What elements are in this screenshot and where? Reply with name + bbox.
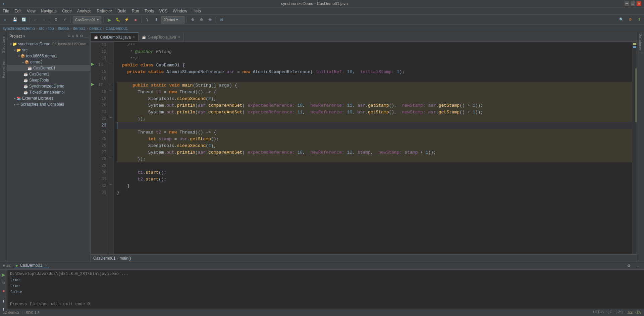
project-expand-all-icon[interactable]: ⇅ <box>75 34 78 38</box>
project-settings-icon[interactable]: ⚙ <box>80 34 83 38</box>
tree-item-external-libs[interactable]: ▸ 📚 External Libraries <box>7 95 90 101</box>
editor-tabs: ☕ CasDemo01.java × ☕ SleepTools.java × <box>91 32 637 42</box>
run-stop-button[interactable]: ■ <box>0 287 7 295</box>
toolbar-update[interactable]: ⬆ <box>635 16 643 23</box>
tree-item-casdemo1[interactable]: ☕ CasDemo1 <box>7 71 90 77</box>
run-play-button[interactable]: ▶ <box>0 271 7 278</box>
run-tab-casdemo01[interactable]: ▶ CasDemo01 × <box>14 263 49 268</box>
tab-label-casdemo01: CasDemo01.java <box>100 35 131 40</box>
breadcrumb-item-file[interactable]: CasDemo01 <box>106 26 128 31</box>
toolbar-check[interactable]: ✓ <box>61 16 68 23</box>
toolbar-step-into[interactable]: ⬇ <box>152 16 160 23</box>
run-minimize-button[interactable]: – <box>634 262 641 269</box>
tree-item-package[interactable]: ▾ 📦 top.it6666.demo1 <box>7 53 90 59</box>
line-num-16: 16 <box>91 75 109 82</box>
maximize-button[interactable]: □ <box>631 1 635 6</box>
menu-file[interactable]: File <box>0 8 12 14</box>
run-config-dropdown[interactable]: CasDemo01 ▾ <box>73 16 101 23</box>
project-more-icon[interactable]: … <box>85 34 88 38</box>
toolbar-mute[interactable]: ⊘ <box>198 16 205 23</box>
tab-icon-casdemo01: ☕ <box>94 35 98 39</box>
menu-view[interactable]: View <box>24 8 38 14</box>
toolbar-run-config[interactable]: ⚙ <box>52 16 60 23</box>
menu-analyze[interactable]: Analyze <box>74 8 94 14</box>
titlebar-controls[interactable]: ─ □ ✕ <box>625 1 641 6</box>
statusbar-encoding[interactable]: UTF-8 <box>593 310 603 315</box>
breadcrumb-item-project[interactable]: synchronizeDemo <box>3 26 35 31</box>
menu-tools[interactable]: Tools <box>142 8 157 14</box>
database-tab[interactable]: Database <box>638 32 643 52</box>
toolbar-forward[interactable]: → <box>41 16 48 23</box>
separator5 <box>141 17 142 23</box>
statusbar-line-ending[interactable]: LF <box>607 310 612 315</box>
jrebel-dropdown[interactable]: JRebel ▾ <box>161 16 184 23</box>
tree-item-scratches[interactable]: ▸ ✏ Scratches and Consoles <box>7 101 90 107</box>
fold-btn-24[interactable]: – <box>110 129 112 133</box>
menu-navigate[interactable]: Navigate <box>38 8 59 14</box>
stop-button[interactable]: ■ <box>132 16 139 23</box>
fold-btn-22[interactable]: – <box>110 115 112 119</box>
toolbar-watch[interactable]: 👁 <box>206 16 214 23</box>
code-line-14: public class CasDemo01 { <box>117 62 632 68</box>
tree-item-demo2[interactable]: ▾ 📦 demo2 <box>7 59 90 65</box>
project-layout-icon[interactable]: ≡ <box>72 34 74 38</box>
run-gutter-icon-14[interactable]: ▶ <box>91 62 94 66</box>
breadcrumb-item-it6666[interactable]: it6666 <box>58 26 69 31</box>
line-num-15: 15 <box>91 68 109 75</box>
run-button[interactable]: ▶ <box>106 16 113 23</box>
menu-help[interactable]: Help <box>190 8 204 14</box>
menu-window[interactable]: Window <box>170 8 190 14</box>
toolbar-back[interactable]: ← <box>32 16 39 23</box>
run-header-right: ⚙ – <box>625 262 641 269</box>
fold-btn-14[interactable]: – <box>110 62 112 65</box>
tree-item-src[interactable]: ▾ 📂 src <box>7 47 90 53</box>
tab-close-sleeptools[interactable]: × <box>178 35 180 39</box>
favorites-tab[interactable]: Favorites <box>2 60 5 79</box>
menu-build[interactable]: Build <box>115 8 129 14</box>
menu-vcs[interactable]: VCS <box>157 8 170 14</box>
breadcrumb-item-src[interactable]: src <box>39 26 44 31</box>
breadcrumb-item-demo1[interactable]: demo1 <box>73 26 85 31</box>
tree-item-root[interactable]: ▾ 📁 synchronizeDemo C:\Users\30315\Dow..… <box>7 41 90 47</box>
menu-edit[interactable]: Edit <box>12 8 24 14</box>
toolbar-search[interactable]: 🔍 <box>618 16 625 23</box>
structure-tab[interactable]: Structure <box>2 35 5 54</box>
project-gear-icon[interactable]: ⚙ <box>67 34 71 38</box>
breadcrumb-item-demo2[interactable]: demo2 <box>89 26 102 31</box>
code-line-29 <box>117 162 632 169</box>
menu-code[interactable]: Code <box>59 8 74 14</box>
run-with-coverage[interactable]: ⚡ <box>123 16 130 23</box>
breadcrumb-item-top[interactable]: top <box>48 26 54 31</box>
menu-refactor[interactable]: Refactor <box>94 8 115 14</box>
toolbar-settings[interactable]: ⚙ <box>627 16 634 23</box>
project-panel-header: Project ▾ ⚙ ≡ ⇅ ⚙ … <box>7 32 90 40</box>
tree-item-synchronizeddemo[interactable]: ☕ SynchronizedDemo <box>7 83 90 89</box>
run-settings-button[interactable]: ⚙ <box>625 262 633 269</box>
fold-btn-17[interactable]: – <box>110 82 112 86</box>
toolbar-breakpoints[interactable]: ⊛ <box>189 16 196 23</box>
debug-button[interactable]: 🐛 <box>114 16 122 23</box>
line-num-33: 33 <box>91 189 109 196</box>
tree-item-casdemo01[interactable]: ☕ CasDemo01 <box>7 65 90 71</box>
menu-run[interactable]: Run <box>129 8 142 14</box>
code-line-25: int stamp = asr.getStamp(); <box>117 136 632 142</box>
tree-item-ticketrunnableimpl[interactable]: ☕ TicketRunnableImpl <box>7 89 90 95</box>
tab-sleeptools[interactable]: ☕ SleepTools.java × <box>139 33 184 41</box>
run-tab-close[interactable]: × <box>45 264 47 267</box>
tree-item-sleeptools[interactable]: ☕ SleepTools <box>7 77 90 83</box>
run-scroll-end-button[interactable]: ⬇ <box>0 298 7 305</box>
toolbar-sync[interactable]: 🔄 <box>20 16 28 23</box>
fold-btn-32[interactable]: – <box>110 182 112 186</box>
run-gutter-icon-17[interactable]: ▶ <box>91 82 94 87</box>
toolbar-step-over[interactable]: ⤵ <box>144 16 151 23</box>
run-rerun-button[interactable]: ↻ <box>0 279 7 286</box>
fold-btn-18[interactable]: – <box>110 89 112 92</box>
toolbar-save[interactable]: 💾 <box>11 16 19 23</box>
close-button[interactable]: ✕ <box>637 1 641 6</box>
tab-casdemo01[interactable]: ☕ CasDemo01.java × <box>91 33 139 41</box>
fold-btn-28[interactable]: – <box>110 156 112 159</box>
code-content[interactable]: /** * @author BNTang **/ public class Ca… <box>114 42 632 254</box>
minimize-button[interactable]: ─ <box>625 1 629 6</box>
tab-close-casdemo01[interactable]: × <box>133 35 135 39</box>
toolbar-translate[interactable]: ☵ <box>218 16 225 23</box>
